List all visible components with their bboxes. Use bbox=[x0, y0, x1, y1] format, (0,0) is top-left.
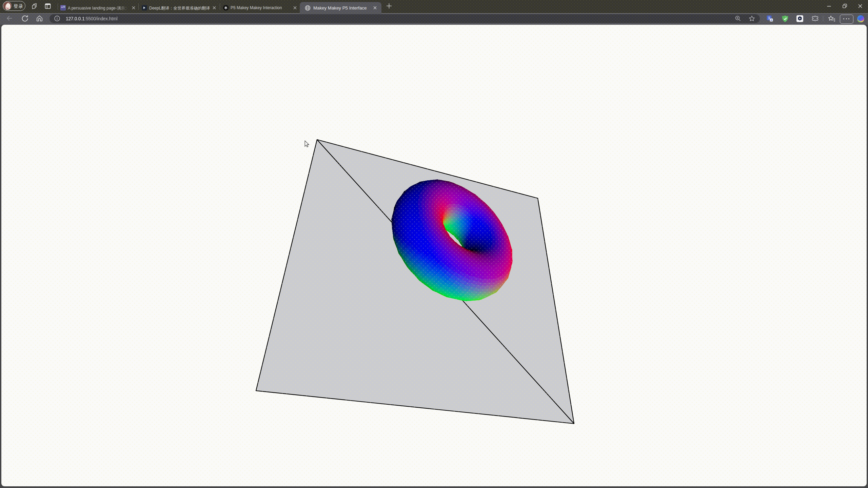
svg-text:A: A bbox=[770, 19, 772, 22]
